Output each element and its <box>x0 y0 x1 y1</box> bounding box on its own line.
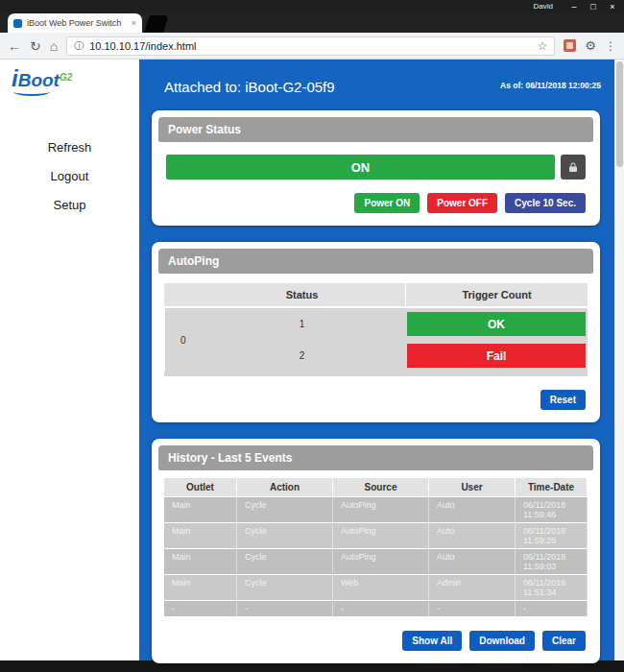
autoping-table: Status Trigger Count 1 OK 0 2 Fail <box>164 283 588 376</box>
page-content: iBootG2 Refresh Logout Setup Attached to… <box>0 60 624 660</box>
power-buttons: Power ON Power OFF Cycle 10 Sec. <box>158 193 586 213</box>
browser-profile-name: David <box>534 2 553 11</box>
history-cell: 06/11/2018 11:59:25 <box>516 523 588 549</box>
show-all-button[interactable]: Show All <box>402 631 462 651</box>
logo-i-text: i <box>12 65 18 91</box>
download-button[interactable]: Download <box>469 631 535 651</box>
history-col-time: Time-Date <box>516 478 588 497</box>
history-table: Outlet Action Source User Time-Date Main… <box>164 478 588 617</box>
history-col-source: Source <box>333 478 429 497</box>
reload-icon[interactable]: ↻ <box>30 39 41 53</box>
tab-title: iBoot Web Power Switch <box>27 18 127 28</box>
history-header: History - Last 5 Events <box>158 445 593 470</box>
history-cell: 06/11/2018 11:59:03 <box>516 549 588 575</box>
history-cell: - <box>429 601 516 617</box>
browser-toolbar: ← ↻ ⌂ ⓘ 10.10.10.17/index.html ☆ ⚙ ⋮ <box>0 33 624 60</box>
tab-close-icon[interactable]: × <box>132 18 136 28</box>
power-state-row: ON <box>166 155 586 180</box>
history-col-action: Action <box>237 478 333 497</box>
history-cell: AutoPing <box>333 497 429 523</box>
history-cell: - <box>237 601 333 617</box>
sidebar-item-setup[interactable]: Setup <box>0 198 139 212</box>
autoping-col-trigger: Trigger Count <box>405 283 588 308</box>
sidebar-item-refresh[interactable]: Refresh <box>0 140 139 155</box>
browser-window: David – □ × iBoot Web Power Switch × ← ↻… <box>0 0 624 672</box>
sidebar: iBootG2 Refresh Logout Setup <box>0 60 139 660</box>
minimize-button[interactable]: – <box>566 0 582 13</box>
history-cell: - <box>164 601 237 617</box>
main-area: Attached to: iBoot-G2-05f9 As of: 06/11/… <box>139 60 614 660</box>
close-button[interactable]: × <box>605 0 620 13</box>
address-bar[interactable]: ⓘ 10.10.10.17/index.html ☆ <box>66 36 555 56</box>
autoping-row-number: 2 <box>199 340 405 372</box>
sidebar-nav: Refresh Logout Setup <box>0 140 139 212</box>
site-info-icon[interactable]: ⓘ <box>74 39 84 53</box>
history-cell: Main <box>164 523 237 549</box>
as-of-timestamp: As of: 06/11/2018 12:00:25 <box>500 81 601 90</box>
extension-icon[interactable] <box>564 39 576 52</box>
autoping-trigger-count: 0 <box>164 308 199 372</box>
history-buttons: Show All Download Clear <box>158 631 586 651</box>
autoping-header: AutoPing <box>158 249 593 274</box>
cycle-button[interactable]: Cycle 10 Sec. <box>505 193 586 213</box>
clear-button[interactable]: Clear <box>542 631 586 651</box>
history-cell: Cycle <box>237 523 333 549</box>
page-header: Attached to: iBoot-G2-05f9 As of: 06/11/… <box>151 71 601 95</box>
history-cell: Web <box>333 575 429 601</box>
power-state-indicator: ON <box>166 155 555 180</box>
tab-strip: iBoot Web Power Switch × <box>0 13 624 33</box>
browser-tab[interactable]: iBoot Web Power Switch × <box>8 13 142 33</box>
history-cell: Main <box>164 497 237 523</box>
history-cell: 06/11/2018 11:59:46 <box>516 497 588 523</box>
reset-button[interactable]: Reset <box>540 390 586 410</box>
power-status-card: Power Status ON Power ON Power OFF Cycle… <box>152 110 600 226</box>
browser-menu-icon[interactable]: ⋮ <box>605 39 616 53</box>
history-cell: Admin <box>429 575 516 601</box>
favicon-icon <box>13 19 22 28</box>
history-cell: - <box>516 601 588 617</box>
power-status-header: Power Status <box>158 117 593 142</box>
scrollbar-thumb[interactable] <box>616 61 623 167</box>
history-col-outlet: Outlet <box>164 478 237 497</box>
autoping-row-number: 1 <box>199 308 405 340</box>
lock-icon <box>567 161 579 173</box>
autoping-buttons: Reset <box>158 390 586 410</box>
history-card: History - Last 5 Events Outlet Action So… <box>152 439 600 663</box>
iboot-logo: iBootG2 <box>12 67 139 90</box>
autoping-col-status: Status <box>199 283 405 308</box>
history-cell: Cycle <box>237 549 333 575</box>
window-titlebar: David – □ × <box>0 0 624 13</box>
history-cell: Main <box>164 549 237 575</box>
autoping-status-ok: OK <box>407 312 586 336</box>
new-tab-button[interactable] <box>144 15 169 33</box>
attached-to-title: Attached to: iBoot-G2-05f9 <box>164 79 335 95</box>
page-scrollbar[interactable] <box>614 60 624 660</box>
bookmark-star-icon[interactable]: ☆ <box>538 39 548 53</box>
autoping-status-fail: Fail <box>407 344 586 368</box>
history-cell: AutoPing <box>333 523 429 549</box>
autoping-status-cell: Fail <box>405 340 588 372</box>
power-on-button[interactable]: Power ON <box>354 193 420 213</box>
sidebar-item-logout[interactable]: Logout <box>0 169 139 183</box>
maximize-button[interactable]: □ <box>586 0 601 13</box>
history-col-user: User <box>429 478 516 497</box>
history-cell: Auto <box>429 523 516 549</box>
logo-g2-text: G2 <box>60 72 72 83</box>
history-cell: Main <box>164 575 237 601</box>
history-cell: AutoPing <box>333 549 429 575</box>
history-cell: 06/11/2018 11:51:34 <box>516 575 588 601</box>
settings-gear-icon[interactable]: ⚙ <box>585 38 596 53</box>
history-cell: Cycle <box>237 575 333 601</box>
power-off-button[interactable]: Power OFF <box>427 193 497 213</box>
autoping-card: AutoPing Status Trigger Count 1 OK 0 2 F… <box>152 242 600 422</box>
back-icon[interactable]: ← <box>8 39 21 53</box>
logo-boot-text: Boot <box>18 70 60 90</box>
autoping-status-cell: OK <box>405 308 588 340</box>
home-icon[interactable]: ⌂ <box>50 39 58 53</box>
power-lock-button[interactable] <box>561 155 586 180</box>
history-cell: Auto <box>429 549 516 575</box>
url-text[interactable]: 10.10.10.17/index.html <box>89 40 531 52</box>
history-cell: - <box>333 601 429 617</box>
history-cell: Cycle <box>237 497 333 523</box>
autoping-col-blank <box>164 283 199 308</box>
